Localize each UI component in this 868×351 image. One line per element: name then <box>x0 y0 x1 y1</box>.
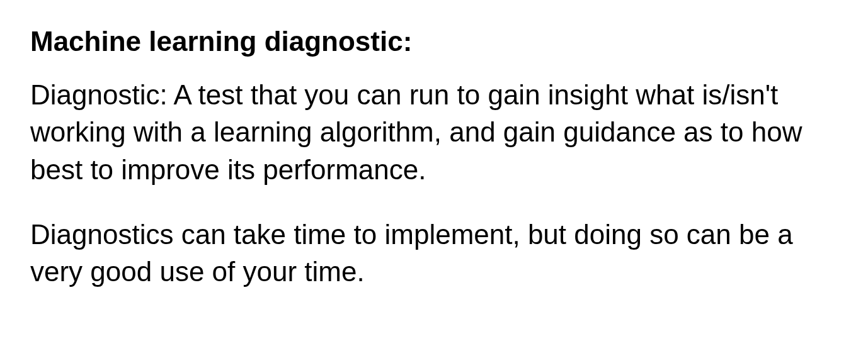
slide-paragraph-2: Diagnostics can take time to implement, … <box>30 216 837 291</box>
slide-heading: Machine learning diagnostic: <box>30 25 843 58</box>
slide-paragraph-1: Diagnostic: A test that you can run to g… <box>30 76 837 188</box>
